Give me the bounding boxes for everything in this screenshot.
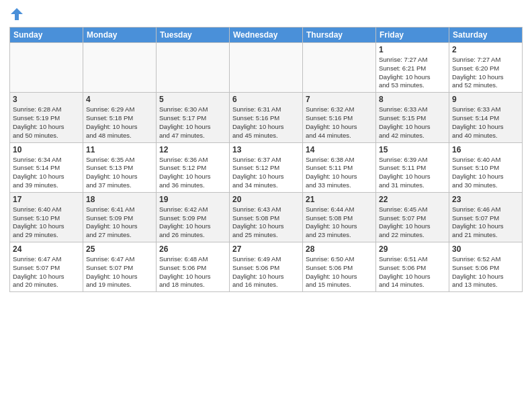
cell-info: Sunrise: 6:33 AM Sunset: 5:15 PM Dayligh…: [379, 105, 446, 140]
calendar-table: SundayMondayTuesdayWednesdayThursdayFrid…: [9, 27, 523, 292]
day-number: 21: [306, 195, 373, 204]
calendar-week-row: 1Sunrise: 7:27 AM Sunset: 6:21 PM Daylig…: [10, 43, 523, 93]
cell-info: Sunrise: 6:32 AM Sunset: 5:16 PM Dayligh…: [306, 105, 373, 140]
day-number: 4: [86, 95, 153, 104]
calendar-cell: 29Sunrise: 6:51 AM Sunset: 5:06 PM Dayli…: [376, 242, 449, 292]
cell-info: Sunrise: 6:43 AM Sunset: 5:08 PM Dayligh…: [232, 205, 300, 240]
calendar-cell: 2Sunrise: 7:27 AM Sunset: 6:20 PM Daylig…: [449, 43, 523, 93]
weekday-header-tuesday: Tuesday: [157, 28, 230, 43]
weekday-header-wednesday: Wednesday: [230, 28, 303, 43]
calendar-cell: 24Sunrise: 6:47 AM Sunset: 5:07 PM Dayli…: [10, 242, 83, 292]
calendar-cell: 1Sunrise: 7:27 AM Sunset: 6:21 PM Daylig…: [376, 43, 449, 93]
cell-info: Sunrise: 6:52 AM Sunset: 5:06 PM Dayligh…: [452, 255, 519, 289]
cell-info: Sunrise: 6:37 AM Sunset: 5:12 PM Dayligh…: [232, 156, 300, 190]
calendar-week-row: 17Sunrise: 6:40 AM Sunset: 5:10 PM Dayli…: [10, 192, 523, 242]
day-number: 5: [159, 95, 226, 104]
day-number: 10: [13, 145, 80, 154]
cell-info: Sunrise: 6:38 AM Sunset: 5:11 PM Dayligh…: [306, 156, 373, 190]
day-number: 9: [452, 95, 519, 104]
day-number: 12: [159, 145, 226, 154]
weekday-header-saturday: Saturday: [449, 28, 523, 43]
calendar-cell: 10Sunrise: 6:34 AM Sunset: 5:14 PM Dayli…: [10, 142, 83, 192]
calendar-cell: 4Sunrise: 6:29 AM Sunset: 5:18 PM Daylig…: [83, 93, 157, 142]
cell-info: Sunrise: 6:46 AM Sunset: 5:07 PM Dayligh…: [452, 205, 519, 240]
calendar-cell: 30Sunrise: 6:52 AM Sunset: 5:06 PM Dayli…: [449, 242, 523, 292]
cell-info: Sunrise: 6:28 AM Sunset: 5:19 PM Dayligh…: [13, 105, 80, 140]
cell-info: Sunrise: 6:49 AM Sunset: 5:06 PM Dayligh…: [232, 255, 300, 289]
day-number: 11: [86, 145, 153, 154]
calendar-cell: 28Sunrise: 6:50 AM Sunset: 5:06 PM Dayli…: [303, 242, 376, 292]
calendar-cell: 6Sunrise: 6:31 AM Sunset: 5:16 PM Daylig…: [230, 93, 303, 142]
day-number: 16: [452, 145, 519, 154]
cell-info: Sunrise: 6:34 AM Sunset: 5:14 PM Dayligh…: [13, 156, 80, 190]
weekday-header-sunday: Sunday: [10, 28, 83, 43]
calendar-cell: 23Sunrise: 6:46 AM Sunset: 5:07 PM Dayli…: [449, 192, 523, 242]
cell-info: Sunrise: 6:41 AM Sunset: 5:09 PM Dayligh…: [86, 205, 153, 240]
calendar-cell: 18Sunrise: 6:41 AM Sunset: 5:09 PM Dayli…: [83, 192, 157, 242]
day-number: 22: [379, 195, 446, 204]
logo: [9, 7, 26, 21]
day-number: 26: [159, 244, 226, 254]
calendar-cell: 19Sunrise: 6:42 AM Sunset: 5:09 PM Dayli…: [157, 192, 230, 242]
calendar-week-row: 10Sunrise: 6:34 AM Sunset: 5:14 PM Dayli…: [10, 142, 523, 192]
day-number: 19: [159, 195, 226, 204]
calendar-cell: 12Sunrise: 6:36 AM Sunset: 5:12 PM Dayli…: [157, 142, 230, 192]
day-number: 8: [379, 95, 446, 104]
day-number: 14: [306, 145, 373, 154]
weekday-header-friday: Friday: [376, 28, 449, 43]
calendar-cell: [10, 43, 83, 93]
day-number: 3: [13, 95, 80, 104]
calendar-cell: 5Sunrise: 6:30 AM Sunset: 5:17 PM Daylig…: [157, 93, 230, 142]
svg-marker-0: [11, 8, 23, 20]
cell-info: Sunrise: 6:42 AM Sunset: 5:09 PM Dayligh…: [159, 205, 226, 240]
calendar-cell: [157, 43, 230, 93]
cell-info: Sunrise: 6:40 AM Sunset: 5:10 PM Dayligh…: [452, 156, 519, 190]
cell-info: Sunrise: 6:39 AM Sunset: 5:11 PM Dayligh…: [379, 156, 446, 190]
calendar-cell: [83, 43, 157, 93]
cell-info: Sunrise: 6:48 AM Sunset: 5:06 PM Dayligh…: [159, 255, 226, 289]
calendar-cell: 26Sunrise: 6:48 AM Sunset: 5:06 PM Dayli…: [157, 242, 230, 292]
calendar-week-row: 24Sunrise: 6:47 AM Sunset: 5:07 PM Dayli…: [10, 242, 523, 292]
calendar-cell: 27Sunrise: 6:49 AM Sunset: 5:06 PM Dayli…: [230, 242, 303, 292]
calendar-week-row: 3Sunrise: 6:28 AM Sunset: 5:19 PM Daylig…: [10, 93, 523, 142]
calendar-cell: 17Sunrise: 6:40 AM Sunset: 5:10 PM Dayli…: [10, 192, 83, 242]
calendar-cell: 15Sunrise: 6:39 AM Sunset: 5:11 PM Dayli…: [376, 142, 449, 192]
day-number: 2: [452, 45, 519, 54]
day-number: 27: [232, 244, 300, 254]
calendar-cell: 14Sunrise: 6:38 AM Sunset: 5:11 PM Dayli…: [303, 142, 376, 192]
cell-info: Sunrise: 7:27 AM Sunset: 6:20 PM Dayligh…: [452, 56, 519, 90]
day-number: 18: [86, 195, 153, 204]
cell-info: Sunrise: 6:36 AM Sunset: 5:12 PM Dayligh…: [159, 156, 226, 190]
day-number: 24: [13, 244, 80, 254]
calendar-cell: 8Sunrise: 6:33 AM Sunset: 5:15 PM Daylig…: [376, 93, 449, 142]
cell-info: Sunrise: 6:30 AM Sunset: 5:17 PM Dayligh…: [159, 105, 226, 140]
cell-info: Sunrise: 6:47 AM Sunset: 5:07 PM Dayligh…: [13, 255, 80, 289]
calendar-header-row: SundayMondayTuesdayWednesdayThursdayFrid…: [10, 28, 523, 43]
calendar-cell: 22Sunrise: 6:45 AM Sunset: 5:07 PM Dayli…: [376, 192, 449, 242]
calendar-cell: [303, 43, 376, 93]
page: SundayMondayTuesdayWednesdayThursdayFrid…: [0, 0, 532, 411]
calendar-cell: 13Sunrise: 6:37 AM Sunset: 5:12 PM Dayli…: [230, 142, 303, 192]
calendar-cell: 16Sunrise: 6:40 AM Sunset: 5:10 PM Dayli…: [449, 142, 523, 192]
day-number: 1: [379, 45, 446, 54]
day-number: 28: [306, 244, 373, 254]
day-number: 13: [232, 145, 300, 154]
cell-info: Sunrise: 6:35 AM Sunset: 5:13 PM Dayligh…: [86, 156, 153, 190]
cell-info: Sunrise: 6:51 AM Sunset: 5:06 PM Dayligh…: [379, 255, 446, 289]
cell-info: Sunrise: 6:50 AM Sunset: 5:06 PM Dayligh…: [306, 255, 373, 289]
day-number: 15: [379, 145, 446, 154]
cell-info: Sunrise: 6:29 AM Sunset: 5:18 PM Dayligh…: [86, 105, 153, 140]
weekday-header-monday: Monday: [83, 28, 157, 43]
cell-info: Sunrise: 6:47 AM Sunset: 5:07 PM Dayligh…: [86, 255, 153, 289]
calendar-cell: 7Sunrise: 6:32 AM Sunset: 5:16 PM Daylig…: [303, 93, 376, 142]
day-number: 29: [379, 244, 446, 254]
cell-info: Sunrise: 6:40 AM Sunset: 5:10 PM Dayligh…: [13, 205, 80, 240]
calendar-cell: 20Sunrise: 6:43 AM Sunset: 5:08 PM Dayli…: [230, 192, 303, 242]
cell-info: Sunrise: 7:27 AM Sunset: 6:21 PM Dayligh…: [379, 56, 446, 90]
calendar-cell: [230, 43, 303, 93]
cell-info: Sunrise: 6:44 AM Sunset: 5:08 PM Dayligh…: [306, 205, 373, 240]
cell-info: Sunrise: 6:31 AM Sunset: 5:16 PM Dayligh…: [232, 105, 300, 140]
calendar-cell: 11Sunrise: 6:35 AM Sunset: 5:13 PM Dayli…: [83, 142, 157, 192]
header: [9, 7, 523, 21]
calendar-cell: 3Sunrise: 6:28 AM Sunset: 5:19 PM Daylig…: [10, 93, 83, 142]
